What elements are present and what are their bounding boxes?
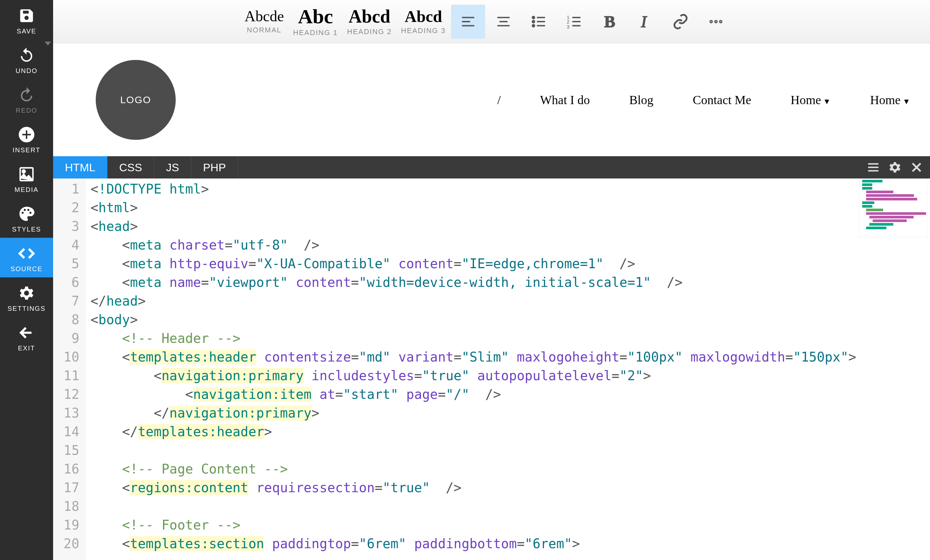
source-button[interactable]: SOURCE <box>0 238 53 278</box>
align-left-button[interactable] <box>451 5 485 38</box>
h2-sample: Abcd <box>348 7 390 26</box>
chevron-down-icon: ▼ <box>902 97 910 106</box>
save-button[interactable]: SAVE <box>0 0 53 40</box>
code-editor[interactable]: 1234567891011121314151617181920 <!DOCTYP… <box>53 178 930 560</box>
svg-point-10 <box>532 20 534 22</box>
nav-item-home-2[interactable]: Home▼ <box>870 93 910 107</box>
styles-button[interactable]: STYLES <box>0 198 53 238</box>
h1-label: HEADING 1 <box>293 29 338 37</box>
h1-sample: Abc <box>298 6 333 26</box>
tab-html[interactable]: HTML <box>53 156 108 178</box>
menu-icon[interactable] <box>867 161 880 174</box>
save-icon <box>17 6 36 25</box>
insert-label: INSERT <box>13 146 41 154</box>
arrow-left-icon <box>17 324 36 342</box>
redo-label: REDO <box>16 107 37 114</box>
styles-label: STYLES <box>12 226 41 233</box>
logo-text: LOGO <box>120 94 151 106</box>
nav-item-blog[interactable]: Blog <box>629 93 653 107</box>
svg-text:B: B <box>604 14 615 30</box>
left-sidebar: SAVE UNDO REDO INSERT MEDIA STYLES <box>0 0 53 560</box>
source-label: SOURCE <box>11 265 43 273</box>
settings-button[interactable]: SETTINGS <box>0 278 53 317</box>
page-preview: LOGO / What I do Blog Contact Me Home▼ H… <box>53 43 930 156</box>
format-heading-2[interactable]: Abcd HEADING 2 <box>343 0 397 43</box>
close-icon[interactable] <box>910 161 924 174</box>
normal-label: NORMAL <box>247 26 282 34</box>
format-normal[interactable]: Abcde NORMAL <box>240 0 288 43</box>
svg-text:I: I <box>641 14 647 30</box>
redo-button[interactable]: REDO <box>0 79 53 119</box>
media-button[interactable]: MEDIA <box>0 158 53 198</box>
svg-point-9 <box>532 16 534 18</box>
code-icon <box>17 244 36 262</box>
minimap[interactable] <box>859 178 928 238</box>
format-heading-1[interactable]: Abc HEADING 1 <box>288 0 343 43</box>
chevron-down-icon: ▼ <box>823 97 831 106</box>
link-button[interactable] <box>664 5 698 38</box>
svg-point-25 <box>719 20 722 23</box>
svg-point-23 <box>710 20 712 23</box>
svg-point-2 <box>22 170 25 173</box>
undo-button[interactable]: UNDO <box>0 40 53 79</box>
align-center-button[interactable] <box>487 5 520 38</box>
redo-icon <box>17 86 36 104</box>
bold-button[interactable]: B <box>593 5 627 38</box>
line-gutter: 1234567891011121314151617181920 <box>53 178 86 560</box>
bullet-list-button[interactable] <box>522 5 556 38</box>
tab-css[interactable]: CSS <box>108 156 154 178</box>
gear-icon[interactable] <box>888 161 902 174</box>
preview-nav: / What I do Blog Contact Me Home▼ Home▼ <box>497 93 910 107</box>
svg-text:3: 3 <box>567 24 570 29</box>
svg-point-11 <box>532 25 534 26</box>
numbered-list-button[interactable]: 123 <box>557 5 591 38</box>
plus-icon <box>17 126 36 144</box>
image-icon <box>17 165 36 183</box>
more-button[interactable] <box>699 5 733 38</box>
media-label: MEDIA <box>14 186 38 193</box>
h3-sample: Abcd <box>405 8 442 25</box>
settings-label: SETTINGS <box>8 305 46 312</box>
insert-button[interactable]: INSERT <box>0 119 53 158</box>
svg-point-24 <box>714 20 717 23</box>
code-tabs-bar: HTML CSS JS PHP <box>53 156 930 178</box>
undo-dropdown-caret-icon[interactable] <box>45 41 51 46</box>
format-toolbar: Abcde NORMAL Abc HEADING 1 Abcd HEADING … <box>53 0 930 43</box>
nav-item-root[interactable]: / <box>497 93 501 107</box>
save-label: SAVE <box>17 28 36 35</box>
format-heading-3[interactable]: Abcd HEADING 3 <box>396 0 450 43</box>
undo-label: UNDO <box>16 67 38 75</box>
h3-label: HEADING 3 <box>401 26 446 35</box>
nav-item-what-i-do[interactable]: What I do <box>540 93 590 107</box>
code-content[interactable]: <!DOCTYPE html><html><head> <meta charse… <box>86 178 930 560</box>
tab-js[interactable]: JS <box>154 156 191 178</box>
exit-label: EXIT <box>18 345 35 352</box>
italic-button[interactable]: I <box>628 5 662 38</box>
palette-icon <box>17 205 36 223</box>
nav-item-home-1[interactable]: Home▼ <box>791 93 831 107</box>
logo-placeholder[interactable]: LOGO <box>96 60 176 140</box>
gear-icon <box>17 284 36 302</box>
exit-button[interactable]: EXIT <box>0 317 53 357</box>
nav-item-contact[interactable]: Contact Me <box>693 93 751 107</box>
h2-label: HEADING 2 <box>347 28 392 36</box>
normal-sample: Abcde <box>245 9 284 24</box>
tab-php[interactable]: PHP <box>191 156 238 178</box>
undo-icon <box>17 46 36 64</box>
